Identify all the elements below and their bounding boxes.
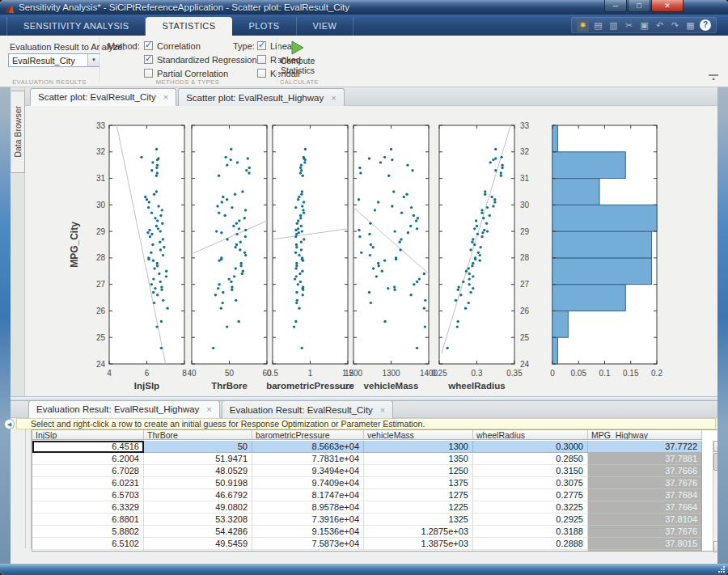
table-cell[interactable]: 37.7722 — [588, 441, 702, 453]
ribbon-tab-statistics[interactable]: STATISTICS — [146, 17, 232, 36]
table-cell[interactable]: 37.7666 — [588, 465, 702, 477]
table-cell[interactable]: 0.2925 — [473, 514, 588, 526]
close-icon[interactable]: × — [163, 93, 168, 101]
table-cell[interactable]: 1.3125e+03 — [364, 550, 473, 551]
result-tab[interactable]: Evaluation Result: EvalResult_City× — [222, 400, 394, 418]
ribbon-tab-plots[interactable]: PLOTS — [232, 17, 296, 36]
table-cell[interactable]: 47.4888 — [144, 550, 252, 551]
figure-tab[interactable]: Scatter plot: EvalResult_Highway× — [178, 88, 344, 106]
column-header-barometricPressure[interactable]: barometricPressure — [252, 430, 364, 439]
table-cell[interactable]: 37.7665 — [588, 550, 702, 551]
table-cell[interactable]: 7.7831e+04 — [252, 453, 364, 465]
table-cell[interactable]: 37.7684 — [588, 489, 702, 501]
layout-icon[interactable]: ▦ — [684, 19, 696, 32]
checkbox-icon[interactable]: ✓ — [144, 41, 153, 50]
column-header-InjSlp[interactable]: InjSlp — [32, 430, 144, 439]
table-cell[interactable]: 6.5102 — [32, 538, 144, 550]
table-cell[interactable]: 5.8802 — [32, 526, 144, 538]
community-icon[interactable]: ✱ — [577, 19, 589, 32]
table-cell[interactable]: 0.3225 — [473, 501, 588, 514]
table-cell[interactable]: 50.9198 — [144, 477, 252, 489]
table-cell[interactable]: 49.5459 — [144, 538, 252, 550]
horizontal-splitter[interactable] — [11, 396, 717, 401]
redo-icon[interactable]: ↷ — [669, 19, 681, 32]
table-cell[interactable]: 0.2775 — [473, 489, 588, 501]
table-row[interactable]: 6.200451.94717.7831e+0413500.285037.7881 — [32, 453, 702, 465]
column-header-vehicleMass[interactable]: vehicleMass — [364, 430, 473, 439]
table-cell[interactable]: 7.5873e+04 — [252, 538, 364, 550]
close-icon[interactable]: × — [206, 405, 211, 413]
table-cell[interactable]: 1.2875e+03 — [364, 526, 473, 538]
table-cell[interactable]: 37.8015 — [588, 538, 702, 550]
save-icon[interactable]: ▤ — [592, 19, 604, 32]
column-header-ThrBore[interactable]: ThrBore — [144, 430, 252, 439]
table-cell[interactable]: 0.3188 — [473, 526, 588, 538]
table-cell[interactable]: 1225 — [364, 501, 473, 514]
table-cell[interactable]: 0.3075 — [473, 477, 588, 489]
table-cell[interactable]: 8.5663e+04 — [252, 441, 364, 453]
undo-icon[interactable]: ↶ — [654, 19, 666, 32]
data-browser-tab[interactable]: Data Browser — [11, 91, 25, 173]
table-row[interactable]: 6.702848.05299.3494e+0412500.315037.7666 — [32, 465, 702, 477]
table-cell[interactable]: 9.3494e+04 — [252, 465, 364, 477]
table-cell[interactable]: 1250 — [364, 465, 473, 477]
checkbox-icon[interactable]: ✓ — [257, 41, 266, 50]
table-cell[interactable]: 0.3000 — [473, 441, 588, 453]
table-cell[interactable]: 54.4286 — [144, 526, 252, 538]
table-cell[interactable]: 1375 — [364, 477, 473, 489]
result-tab[interactable]: Evaluation Result: EvalResult_Highway× — [28, 400, 220, 418]
table-cell[interactable]: 1.3875e+03 — [364, 538, 473, 550]
resize-grip[interactable] — [717, 565, 726, 573]
table-cell[interactable]: 6.5703 — [32, 489, 144, 501]
table-cell[interactable]: 6.4516 — [32, 441, 144, 453]
close-icon[interactable]: × — [380, 406, 385, 414]
table-cell[interactable]: 1350 — [364, 453, 473, 465]
table-row[interactable]: 6.880153.32087.3916e+0413250.292537.8104 — [32, 514, 702, 526]
maximize-button[interactable]: □ — [628, 0, 650, 12]
table-cell[interactable]: 48.0529 — [144, 465, 252, 477]
table-row[interactable]: 6.152947.48888.3957e+041.3125e+030.29633… — [32, 550, 702, 551]
figure-tab[interactable]: Scatter plot: EvalResult_City× — [30, 88, 176, 106]
table-cell[interactable]: 37.7881 — [588, 453, 702, 465]
ribbon-tab-sensitivity-analysis[interactable]: SENSITIVITY ANALYSIS — [6, 17, 146, 36]
eval-result-dropdown[interactable]: EvalResult_City ▼ — [8, 53, 100, 67]
minimize-button[interactable]: ─ — [604, 0, 627, 12]
table-cell[interactable]: 37.8104 — [588, 514, 702, 526]
table-row[interactable]: 6.332949.08028.9578e+0412250.322537.7664 — [32, 501, 702, 514]
table-row[interactable]: 6.4516508.5663e+0413000.300037.7722 — [32, 441, 702, 453]
table-cell[interactable]: 51.9471 — [144, 453, 252, 465]
table-cell[interactable]: 8.9578e+04 — [252, 501, 364, 514]
table-cell[interactable]: 6.7028 — [32, 465, 144, 477]
table-cell[interactable]: 6.8801 — [32, 514, 144, 526]
table-cell[interactable]: 6.0231 — [32, 477, 144, 489]
column-header-wheelRadius[interactable]: wheelRadius — [473, 430, 588, 439]
table-cell[interactable]: 0.3150 — [473, 465, 588, 477]
table-row[interactable]: 6.510249.54597.5873e+041.3875e+030.28883… — [32, 538, 702, 550]
table-cell[interactable]: 0.2963 — [473, 550, 588, 551]
copy-icon[interactable]: ▣ — [638, 19, 650, 32]
close-button[interactable]: ✕ — [651, 0, 684, 12]
table-cell[interactable]: 0.2888 — [473, 538, 588, 550]
table-cell[interactable]: 8.1747e+04 — [252, 489, 364, 501]
table-cell[interactable]: 6.3329 — [32, 501, 144, 514]
table-row[interactable]: 6.570346.67928.1747e+0412750.277537.7684 — [32, 489, 702, 501]
method-checkbox-partial-correlation[interactable]: Partial Correlation — [144, 68, 257, 78]
table-cell[interactable]: 1275 — [364, 489, 473, 501]
checkbox-icon[interactable] — [257, 55, 266, 64]
table-cell[interactable]: 49.0802 — [144, 501, 252, 514]
collapse-ribbon-icon[interactable]: ▲ — [709, 74, 718, 82]
chevron-down-icon[interactable]: ▼ — [87, 54, 99, 66]
compute-statistics-button[interactable]: Compute Statistics — [278, 38, 317, 83]
print-icon[interactable]: ▥ — [607, 19, 620, 32]
table-row[interactable]: 6.023150.91989.7409e+0413750.307537.7676 — [32, 477, 702, 489]
table-cell[interactable]: 7.3916e+04 — [252, 514, 364, 526]
table-cell[interactable]: 9.7409e+04 — [252, 477, 364, 489]
column-header-MPG_Highway[interactable]: MPG_Highway — [588, 430, 702, 439]
table-cell[interactable]: 50 — [144, 441, 252, 453]
method-checkbox-standardized-regression[interactable]: ✓Standardized Regression — [144, 54, 257, 65]
table-cell[interactable]: 37.7676 — [588, 526, 702, 538]
table-cell[interactable]: 9.1536e+04 — [252, 526, 364, 538]
table-cell[interactable]: 1325 — [364, 514, 473, 526]
table-cell[interactable]: 1300 — [364, 441, 473, 453]
table-cell[interactable]: 6.2004 — [32, 453, 144, 465]
